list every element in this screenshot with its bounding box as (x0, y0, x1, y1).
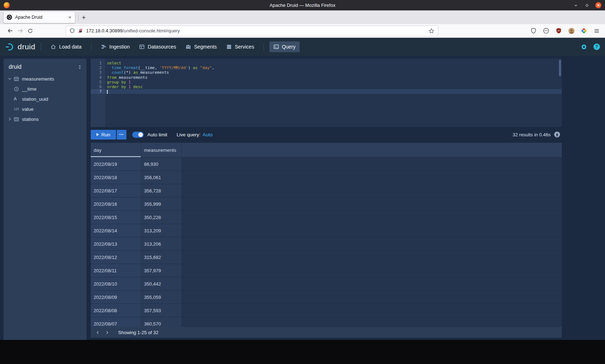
row-filler (182, 171, 562, 184)
ublock-origin-icon[interactable]: uO (555, 27, 562, 34)
table-cell[interactable]: 315,682 (141, 251, 182, 264)
tree-item-value[interactable]: 123value (4, 104, 86, 114)
play-icon (97, 133, 99, 136)
live-query-value[interactable]: Auto (203, 132, 213, 137)
text-cursor (107, 90, 108, 94)
table-cell[interactable]: 2022/08/07 (91, 317, 141, 327)
url-bar[interactable]: 172.18.0.4:30899/unified-console.html#qu… (66, 26, 438, 36)
table-cell[interactable]: 2022/08/09 (91, 291, 141, 304)
nav-load-data[interactable]: Load data (46, 41, 85, 52)
table-cell[interactable]: 2022/08/19 (91, 158, 141, 170)
window-maximize-icon[interactable] (584, 3, 590, 8)
container-circle-icon[interactable] (543, 27, 550, 34)
settings-gear-icon[interactable] (581, 44, 587, 50)
druid-brand[interactable]: druid (5, 42, 35, 52)
sort-double-caret-icon[interactable] (77, 65, 82, 69)
table-cell[interactable]: 86,930 (141, 158, 182, 170)
nav-segments[interactable]: Segments (182, 41, 221, 52)
extension-pinwheel-icon[interactable] (581, 27, 587, 34)
tree-item-stations[interactable]: stations (4, 114, 86, 124)
table-cell[interactable]: 350,442 (141, 277, 182, 290)
browser-window: Apache Druid — Mozilla Firefox Apache D (0, 0, 605, 340)
menu-icon[interactable] (593, 27, 600, 34)
back-button[interactable] (5, 26, 15, 36)
row-filler (182, 291, 562, 304)
table-cell[interactable]: 2022/08/13 (91, 237, 141, 250)
column-header-day[interactable]: day (91, 143, 141, 157)
gutter-line-number: 7 (91, 89, 105, 94)
live-query-label: Live query: (177, 132, 201, 137)
column-header-measurements[interactable]: measurements (141, 143, 182, 157)
tracking-protection-shield-icon[interactable] (70, 28, 75, 33)
scrollbar-thumb[interactable] (559, 60, 561, 76)
insecure-lock-icon[interactable] (78, 28, 83, 33)
reload-button[interactable] (25, 26, 35, 36)
table-cell[interactable]: 2022/08/16 (91, 197, 141, 210)
profile-avatar[interactable] (568, 27, 575, 34)
code-line[interactable]: from measurements (105, 75, 562, 80)
bookmark-star-icon[interactable] (429, 28, 434, 34)
table-cell[interactable]: 2022/08/15 (91, 211, 141, 224)
privacy-shield-icon[interactable] (530, 27, 537, 34)
download-icon[interactable] (554, 131, 560, 138)
nav-ingestion[interactable]: Ingestion (97, 41, 134, 52)
previous-page-button[interactable] (93, 328, 102, 337)
brand-name: druid (18, 42, 35, 51)
table-cell[interactable]: 2022/08/17 (91, 184, 141, 197)
tab-close-icon[interactable]: × (68, 14, 72, 20)
results-count: 32 results in 0.46s (512, 132, 551, 137)
table-cell[interactable]: 313,209 (141, 224, 182, 237)
chevron-down-icon[interactable] (7, 76, 14, 81)
gutter-line-number: 2 (91, 65, 105, 70)
table-cell[interactable]: 313,206 (141, 237, 182, 250)
table-cell[interactable]: 355,999 (141, 197, 182, 210)
sidebar-title: druid (9, 64, 22, 70)
help-icon[interactable]: ? (593, 44, 600, 50)
table-cell[interactable]: 350,228 (141, 211, 182, 224)
forward-button[interactable] (15, 26, 25, 36)
code-line[interactable]: order by 1 desc (105, 85, 562, 89)
code-line[interactable] (105, 89, 562, 94)
table-cell[interactable]: 2022/08/10 (91, 277, 141, 290)
editor-scrollbar[interactable] (559, 60, 561, 126)
nav-label: Ingestion (109, 44, 130, 50)
sql-editor[interactable]: 1234567 select time_format(__time, 'YYYY… (91, 59, 562, 127)
code-line[interactable]: group by 1 (105, 80, 562, 85)
nav-services[interactable]: Services (222, 41, 258, 52)
tree-item-station-uuid[interactable]: Astation_uuid (4, 94, 86, 104)
auto-limit-toggle[interactable] (132, 132, 144, 138)
url-text[interactable]: 172.18.0.4:30899/unified-console.html#qu… (86, 28, 429, 33)
tree-item---time[interactable]: __time (4, 84, 86, 94)
window-close-button[interactable] (595, 2, 601, 8)
chevron-right-icon[interactable] (7, 117, 14, 122)
browser-tab[interactable]: Apache Druid × (4, 12, 75, 23)
code-line[interactable]: count(*) as measurements (105, 70, 562, 75)
table-cell[interactable]: 2022/08/14 (91, 224, 141, 237)
run-button[interactable]: Run (91, 130, 116, 140)
screen: Apache Druid — Mozilla Firefox Apache D (0, 0, 605, 364)
table-cell[interactable]: 2022/08/18 (91, 171, 141, 184)
run-more-button[interactable]: ••• (117, 130, 126, 140)
tab-bar: Apache Druid × + (0, 10, 605, 24)
table-icon (14, 117, 21, 122)
code-line[interactable]: time_format(__time, 'YYYY/MM/dd') as "da… (105, 65, 562, 70)
editor-code[interactable]: select time_format(__time, 'YYYY/MM/dd')… (105, 59, 562, 127)
table-cell[interactable]: 357,979 (141, 264, 182, 277)
header-filler (182, 143, 562, 157)
table-cell[interactable]: 360,570 (141, 317, 182, 327)
new-tab-button[interactable]: + (82, 14, 86, 21)
table-cell[interactable]: 2022/08/12 (91, 251, 141, 264)
tree-item-measurements[interactable]: measurements (4, 74, 86, 84)
next-page-button[interactable] (102, 328, 112, 337)
table-cell[interactable]: 355,059 (141, 291, 182, 304)
window-minimize-icon[interactable] (573, 3, 579, 8)
druid-console: druid Load data IngestionDatasourcesSegm… (0, 38, 605, 340)
table-cell[interactable]: 356,061 (141, 171, 182, 184)
table-cell[interactable]: 2022/08/11 (91, 264, 141, 277)
nav-query[interactable]: Query (269, 41, 300, 52)
table-cell[interactable]: 357,593 (141, 304, 182, 317)
nav-datasources[interactable]: Datasources (135, 41, 180, 52)
table-cell[interactable]: 2022/08/08 (91, 304, 141, 317)
code-line[interactable]: select (105, 61, 562, 65)
table-cell[interactable]: 356,728 (141, 184, 182, 197)
